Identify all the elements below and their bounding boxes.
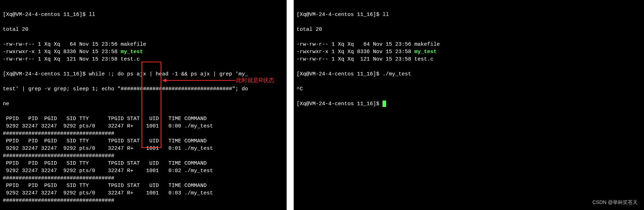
line: [Xq@VM-24-4-centos 11_16]$ ll [3, 11, 284, 18]
separator: ################################### [3, 130, 284, 137]
annotation-arrow [166, 80, 235, 81]
file-row: -rwxrwxr-x 1 Xq Xq 8336 Nov 15 23:58 my_… [297, 48, 641, 56]
line: ^C [297, 85, 641, 93]
ps-row: 9292 32247 32247 9292 pts/0 32247 R+ 100… [3, 167, 284, 175]
file-row: -rw-rw-r-- 1 Xq Xq 121 Nov 15 23:58 test… [297, 56, 641, 63]
line: total 20 [3, 26, 284, 33]
ps-header: PPID PID PGID SID TTY TPGID STAT UID TIM… [3, 137, 284, 145]
annotation-label: 此时就是R状态 [236, 76, 274, 84]
line: [Xq@VM-24-4-centos 11_16]$ ./my_test [297, 70, 641, 78]
separator: ################################### [3, 175, 284, 182]
annotation-arrow-head [162, 79, 166, 82]
separator: ################################### [3, 197, 284, 204]
file-row: -rwxrwxr-x 1 Xq Xq 8336 Nov 15 23:58 my_… [3, 48, 284, 56]
terminal-right[interactable]: [Xq@VM-24-4-centos 11_16]$ ll total 20 -… [294, 0, 644, 210]
divider [287, 0, 294, 210]
separator: ################################### [3, 152, 284, 160]
line: total 20 [297, 26, 641, 33]
ps-row: 9292 32247 32247 9292 pts/0 32247 R+ 100… [3, 189, 284, 197]
terminal-left[interactable]: [Xq@VM-24-4-centos 11_16]$ ll total 20 -… [0, 0, 287, 210]
ps-row: 9292 32247 32247 9292 pts/0 32247 R+ 100… [3, 145, 284, 152]
ps-header: PPID PID PGID SID TTY TPGID STAT UID TIM… [3, 160, 284, 167]
file-row: -rw-rw-r-- 1 Xq Xq 64 Nov 15 23:56 makef… [297, 41, 641, 48]
ps-header: PPID PID PGID SID TTY TPGID STAT UID TIM… [3, 182, 284, 189]
cursor [383, 101, 386, 107]
line: [Xq@VM-24-4-centos 11_16]$ ll [297, 11, 641, 18]
line: [Xq@VM-24-4-centos 11_16]$ [297, 100, 641, 108]
line: test' | grep -v grep; sleep 1; echo "###… [3, 85, 284, 93]
watermark: CSDN @举杯笑苍天 [592, 199, 638, 206]
ps-row: 9292 32247 32247 9292 pts/0 32247 R+ 100… [3, 123, 284, 130]
line: ne [3, 100, 284, 108]
ps-header: PPID PID PGID SID TTY TPGID STAT UID TIM… [3, 115, 284, 123]
file-row: -rw-rw-r-- 1 Xq Xq 64 Nov 15 23:56 makef… [3, 41, 284, 48]
file-row: -rw-rw-r-- 1 Xq Xq 121 Nov 15 23:58 test… [3, 56, 284, 63]
